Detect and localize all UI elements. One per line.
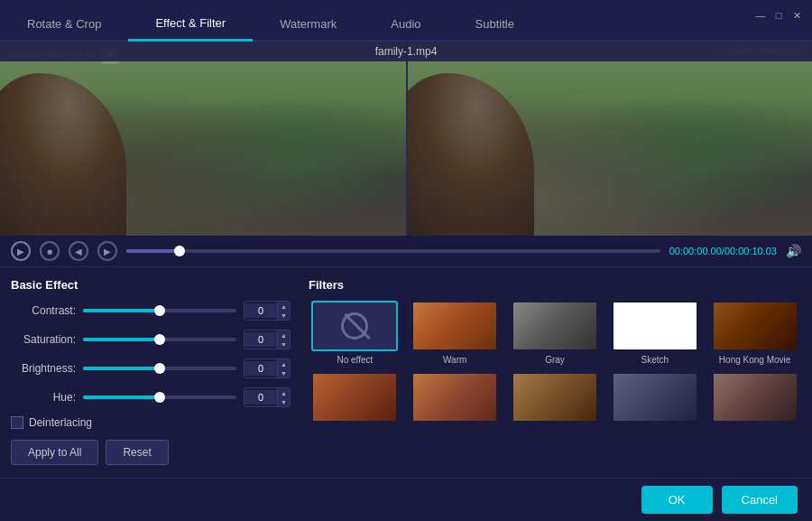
saturation-thumb[interactable] bbox=[154, 334, 165, 345]
contrast-fill bbox=[83, 309, 160, 312]
content-area: Basic Effect Contrast: 0 ▲ ▼ Saturation: bbox=[0, 267, 812, 502]
filter2-2-inner bbox=[413, 374, 496, 421]
progress-thumb[interactable] bbox=[174, 246, 185, 256]
time-display: 00:00:00.00/00:00:10.03 bbox=[669, 246, 777, 256]
saturation-value-box: 0 ▲ ▼ bbox=[244, 330, 291, 349]
video-frame-right bbox=[408, 42, 812, 236]
tab-rotate-crop[interactable]: Rotate & Crop bbox=[0, 8, 128, 40]
saturation-spinner: ▲ ▼ bbox=[277, 330, 290, 349]
deinterlacing-checkbox[interactable] bbox=[11, 416, 23, 429]
hue-up[interactable]: ▲ bbox=[277, 388, 290, 397]
action-buttons: Apply to All Reset bbox=[11, 440, 291, 465]
saturation-label: Saturation: bbox=[11, 333, 76, 346]
filter-gray[interactable]: Gray bbox=[509, 301, 602, 365]
contrast-down[interactable]: ▼ bbox=[277, 311, 290, 320]
video-preview-right: Output: 3840x2160 bbox=[406, 42, 812, 236]
filter-2-1[interactable] bbox=[309, 372, 401, 426]
saturation-row: Saturation: 0 ▲ ▼ bbox=[11, 330, 291, 349]
hue-label: Hue: bbox=[11, 391, 76, 404]
contrast-row: Contrast: 0 ▲ ▼ bbox=[11, 301, 291, 321]
brightness-row: Brightness: 0 ▲ ▼ bbox=[11, 358, 291, 378]
filter-2-3[interactable] bbox=[509, 372, 602, 426]
hue-down[interactable]: ▼ bbox=[277, 397, 290, 406]
brightness-fill bbox=[83, 367, 160, 370]
filter-2-4[interactable] bbox=[608, 372, 701, 426]
person-silhouette-right bbox=[406, 73, 534, 236]
contrast-thumb[interactable] bbox=[154, 305, 165, 316]
filter-no-effect[interactable]: No effect bbox=[309, 301, 401, 365]
contrast-up[interactable]: ▲ bbox=[277, 302, 290, 311]
person-silhouette-left bbox=[0, 73, 126, 236]
filter2-5-inner bbox=[714, 374, 797, 421]
brightness-up[interactable]: ▲ bbox=[277, 359, 290, 368]
apply-to-all-button[interactable]: Apply to All bbox=[11, 440, 98, 465]
filter-thumb-sketch bbox=[612, 301, 698, 351]
hue-slider[interactable] bbox=[83, 395, 236, 399]
brightness-spinner: ▲ ▼ bbox=[277, 359, 290, 377]
minimize-button[interactable]: — bbox=[752, 7, 769, 23]
play-button[interactable]: ▶ bbox=[11, 241, 31, 261]
filter-thumb-2-3 bbox=[512, 372, 598, 423]
contrast-label: Contrast: bbox=[11, 304, 76, 317]
filter-name-no-effect: No effect bbox=[337, 355, 373, 365]
footer: OK Cancel bbox=[0, 478, 812, 521]
progress-bar[interactable] bbox=[126, 249, 660, 253]
saturation-value: 0 bbox=[245, 332, 277, 347]
tab-effect-filter[interactable]: Effect & Filter bbox=[128, 7, 253, 42]
brightness-label: Brightness: bbox=[11, 362, 76, 375]
filter-thumb-2-4 bbox=[612, 372, 698, 423]
filter-warm[interactable]: Warm bbox=[409, 301, 502, 365]
hue-value-box: 0 ▲ ▼ bbox=[244, 387, 291, 407]
stop-button[interactable]: ■ bbox=[40, 241, 60, 261]
filter2-3-inner bbox=[513, 374, 596, 421]
brightness-thumb[interactable] bbox=[154, 363, 165, 374]
next-frame-button[interactable]: ▶ bbox=[97, 241, 117, 261]
hue-fill bbox=[83, 395, 160, 399]
saturation-fill bbox=[83, 338, 160, 341]
reset-button[interactable]: Reset bbox=[106, 440, 168, 465]
saturation-down[interactable]: ▼ bbox=[277, 340, 290, 349]
filter-sketch[interactable]: Sketch bbox=[608, 301, 701, 365]
tab-audio[interactable]: Audio bbox=[364, 8, 448, 40]
hue-thumb[interactable] bbox=[154, 392, 165, 403]
brightness-down[interactable]: ▼ bbox=[277, 368, 290, 377]
gray-thumb-inner bbox=[513, 302, 596, 349]
filter-name-hk: Hong Kong Movie bbox=[719, 355, 791, 365]
title-bar: — □ ✕ bbox=[752, 0, 812, 23]
basic-effect-panel: Basic Effect Contrast: 0 ▲ ▼ Saturation: bbox=[11, 278, 291, 491]
prev-frame-button[interactable]: ◀ bbox=[69, 241, 88, 261]
hue-spinner: ▲ ▼ bbox=[277, 388, 290, 406]
progress-fill bbox=[126, 249, 180, 253]
warm-thumb-inner bbox=[413, 302, 496, 349]
sketch-thumb-inner bbox=[614, 302, 697, 349]
filter-hk-movie[interactable]: Hong Kong Movie bbox=[708, 301, 801, 365]
filter2-4-inner bbox=[614, 374, 697, 421]
no-effect-icon bbox=[341, 312, 368, 340]
filename: family-1.mp4 bbox=[375, 45, 438, 58]
contrast-spinner: ▲ ▼ bbox=[277, 302, 290, 320]
video-preview-left: Original: 3840x2160 👁 bbox=[0, 42, 406, 236]
filter-2-2[interactable] bbox=[409, 372, 502, 426]
hk-thumb-inner bbox=[714, 302, 797, 349]
filter-thumb-hk bbox=[712, 301, 798, 351]
filter-thumb-2-1 bbox=[311, 372, 398, 423]
filter-thumb-gray bbox=[512, 301, 598, 351]
saturation-up[interactable]: ▲ bbox=[277, 330, 290, 340]
basic-effect-title: Basic Effect bbox=[11, 278, 291, 292]
saturation-slider[interactable] bbox=[83, 338, 236, 341]
filter-thumb-2-5 bbox=[712, 372, 798, 423]
cancel-button[interactable]: Cancel bbox=[722, 486, 798, 514]
filters-panel: Filters No effect Warm Gr bbox=[309, 278, 801, 491]
filter-thumb-no-effect bbox=[311, 301, 398, 351]
hue-value: 0 bbox=[245, 390, 277, 405]
filter-2-5[interactable] bbox=[708, 372, 801, 426]
brightness-value-box: 0 ▲ ▼ bbox=[244, 358, 291, 378]
close-button[interactable]: ✕ bbox=[789, 7, 805, 23]
contrast-slider[interactable] bbox=[83, 309, 236, 312]
tab-watermark[interactable]: Watermark bbox=[253, 8, 364, 40]
brightness-slider[interactable] bbox=[83, 367, 236, 370]
maximize-button[interactable]: □ bbox=[770, 7, 787, 23]
tab-subtitle[interactable]: Subtitle bbox=[448, 8, 541, 40]
ok-button[interactable]: OK bbox=[641, 486, 713, 514]
volume-icon[interactable]: 🔊 bbox=[786, 244, 801, 258]
